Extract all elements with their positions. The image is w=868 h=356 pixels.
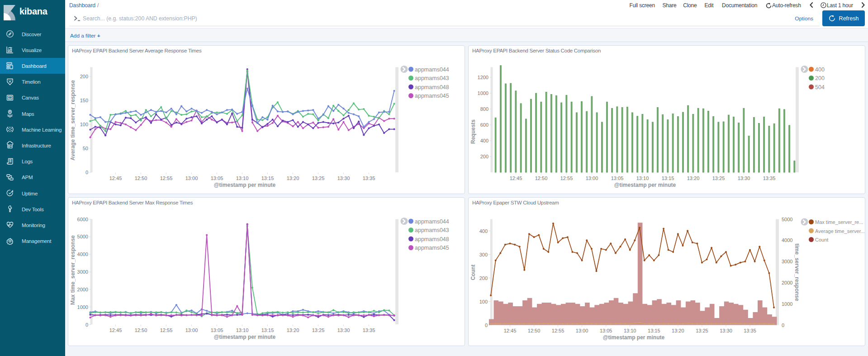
svg-text:100: 100	[80, 122, 88, 127]
svg-text:13:35: 13:35	[763, 176, 776, 181]
svg-text:appmams044: appmams044	[415, 66, 449, 73]
svg-text:13:25: 13:25	[312, 328, 325, 333]
svg-text:400: 400	[480, 138, 489, 143]
svg-text:13:10: 13:10	[636, 176, 649, 181]
svg-text:12:50: 12:50	[135, 176, 147, 181]
svg-text:400: 400	[815, 66, 825, 73]
svg-text:13:15: 13:15	[648, 328, 660, 333]
svg-text:13:20: 13:20	[287, 328, 299, 333]
svg-text:13:35: 13:35	[744, 328, 756, 333]
svg-text:13:15: 13:15	[261, 176, 274, 181]
svg-text:appmams045: appmams045	[415, 245, 449, 251]
svg-text:12:45: 12:45	[504, 328, 517, 333]
svg-text:0: 0	[85, 170, 88, 175]
svg-text:Average time_server_response: Average time_server_response	[70, 80, 76, 161]
svg-text:600: 600	[480, 122, 489, 128]
svg-text:appmams048: appmams048	[415, 84, 449, 90]
svg-text:13:00: 13:00	[185, 328, 198, 333]
svg-text:1000: 1000	[782, 301, 792, 307]
svg-text:@timestamp per minute: @timestamp per minute	[214, 334, 276, 340]
svg-text:12:45: 12:45	[109, 176, 122, 181]
svg-text:Max time_server_re...: Max time_server_re...	[815, 219, 863, 225]
svg-text:12:55: 12:55	[160, 176, 173, 181]
svg-text:13:05: 13:05	[211, 328, 223, 333]
svg-text:time_server_response: time_server_response	[794, 243, 800, 301]
svg-text:13:25: 13:25	[696, 328, 708, 333]
svg-text:12:55: 12:55	[160, 328, 173, 333]
svg-text:13:05: 13:05	[600, 328, 612, 333]
svg-text:13:30: 13:30	[337, 328, 350, 333]
svg-text:Count: Count	[470, 265, 476, 280]
svg-text:13:10: 13:10	[236, 176, 249, 181]
svg-text:12:45: 12:45	[109, 328, 122, 333]
svg-text:13:05: 13:05	[211, 176, 223, 181]
svg-text:13:15: 13:15	[662, 176, 674, 181]
svg-text:13:30: 13:30	[720, 328, 732, 333]
svg-text:13:25: 13:25	[712, 176, 725, 181]
svg-text:13:00: 13:00	[586, 176, 598, 181]
svg-text:1000: 1000	[77, 304, 88, 310]
svg-text:0: 0	[782, 323, 784, 328]
svg-text:50: 50	[83, 146, 88, 151]
svg-text:13:00: 13:00	[576, 328, 588, 333]
svg-text:6000: 6000	[77, 217, 88, 222]
svg-text:200: 200	[815, 75, 825, 81]
svg-text:12:50: 12:50	[135, 328, 147, 333]
svg-text:13:20: 13:20	[287, 176, 299, 181]
svg-text:12:55: 12:55	[560, 176, 573, 181]
svg-text:appmams043: appmams043	[415, 227, 449, 233]
svg-text:appmams044: appmams044	[415, 218, 449, 225]
svg-text:appmams048: appmams048	[415, 236, 449, 242]
svg-text:@timestamp per minute: @timestamp per minute	[603, 334, 665, 341]
svg-text:2000: 2000	[77, 287, 88, 292]
svg-text:100: 100	[479, 299, 488, 304]
svg-text:200: 200	[479, 275, 488, 281]
svg-text:Max time_server_response: Max time_server_response	[70, 235, 76, 305]
svg-text:@timestamp per minute: @timestamp per minute	[614, 182, 676, 188]
svg-text:200: 200	[80, 74, 88, 79]
svg-text:13:20: 13:20	[672, 328, 684, 333]
svg-text:2000: 2000	[782, 280, 792, 285]
svg-text:400: 400	[479, 228, 488, 234]
svg-text:13:05: 13:05	[611, 176, 624, 181]
svg-text:13:20: 13:20	[687, 176, 700, 181]
svg-text:13:10: 13:10	[624, 328, 636, 333]
svg-text:13:10: 13:10	[236, 328, 249, 333]
svg-text:0: 0	[485, 323, 488, 328]
svg-text:300: 300	[479, 252, 488, 257]
svg-text:0: 0	[85, 322, 88, 328]
svg-text:Count: Count	[815, 237, 828, 242]
svg-text:504: 504	[815, 84, 825, 90]
svg-text:150: 150	[80, 98, 88, 103]
svg-text:4000: 4000	[782, 237, 792, 243]
svg-text:200: 200	[480, 154, 489, 159]
svg-text:appmams043: appmams043	[415, 75, 449, 81]
svg-text:1000: 1000	[478, 90, 489, 96]
svg-text:5000: 5000	[77, 234, 88, 239]
svg-text:800: 800	[480, 106, 489, 112]
svg-text:12:45: 12:45	[510, 176, 522, 181]
svg-text:3000: 3000	[77, 269, 88, 275]
svg-text:Requests: Requests	[470, 119, 476, 144]
svg-text:12:50: 12:50	[528, 328, 541, 333]
svg-text:13:35: 13:35	[363, 328, 375, 333]
svg-text:13:35: 13:35	[363, 176, 375, 181]
svg-text:4000: 4000	[77, 252, 88, 257]
svg-text:12:55: 12:55	[552, 328, 564, 333]
svg-text:@timestamp per minute: @timestamp per minute	[214, 182, 276, 188]
svg-text:13:30: 13:30	[738, 176, 750, 181]
svg-text:13:30: 13:30	[337, 176, 350, 181]
svg-text:13:15: 13:15	[261, 328, 274, 333]
svg-text:5000: 5000	[782, 217, 792, 222]
svg-text:Average time_server...: Average time_server...	[815, 228, 865, 234]
svg-text:appmams045: appmams045	[415, 93, 449, 99]
svg-text:13:25: 13:25	[312, 176, 325, 181]
svg-text:3000: 3000	[782, 259, 792, 264]
svg-text:1200: 1200	[478, 75, 489, 80]
svg-text:13:00: 13:00	[185, 176, 198, 181]
svg-text:12:50: 12:50	[535, 176, 548, 181]
